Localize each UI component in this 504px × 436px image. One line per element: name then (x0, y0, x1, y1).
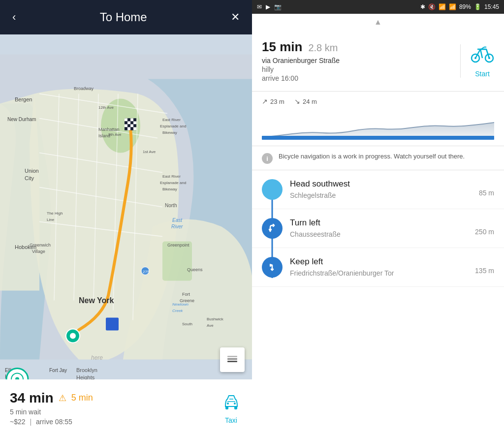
top-bar: ‹ To Home ✕ (0, 0, 252, 34)
route-summary-info: 15 min 2.8 km via Oranienburger Straße h… (262, 39, 455, 82)
price: ~$22 (10, 418, 26, 426)
svg-text:Bikeway: Bikeway (162, 130, 177, 135)
direction-connector (262, 179, 283, 200)
back-button[interactable]: ‹ (10, 8, 18, 26)
svg-text:Manhattan: Manhattan (98, 127, 120, 132)
taxi-button[interactable]: Taxi (220, 392, 242, 424)
duration: 15 min (262, 39, 302, 55)
svg-text:Broadway: Broadway (74, 86, 94, 91)
svg-text:12th Ave: 12th Ave (98, 105, 114, 110)
play-icon: ▶ (266, 3, 270, 10)
layers-icon (225, 354, 239, 366)
map-svg: Bergen New Durham Union City Hoboken New… (0, 34, 252, 379)
direction-item: Turn left Chausseestraße 250 m (252, 209, 504, 248)
left-panel: ‹ To Home ✕ (0, 0, 252, 436)
direction-dot-start (262, 179, 283, 200)
direction-dot-keep (262, 257, 283, 278)
travel-time: 34 min (10, 390, 54, 406)
svg-rect-70 (106, 318, 119, 331)
ascent-icon: ↗ (262, 97, 268, 105)
turn-left-icon (266, 222, 278, 234)
svg-rect-58 (125, 122, 127, 125)
svg-text:1st Ave: 1st Ave (143, 150, 156, 154)
direction-connector (262, 257, 283, 278)
clock: 15:45 (484, 3, 499, 10)
start-button[interactable]: Start (460, 44, 494, 78)
svg-text:Greenwich: Greenwich (30, 243, 51, 248)
battery-icon: 🔋 (474, 3, 481, 10)
svg-rect-79 (227, 358, 237, 360)
status-right: ✱ 🔇 📶 📶 89% 🔋 15:45 (420, 3, 499, 10)
bluetooth-icon: ✱ (420, 3, 425, 10)
svg-rect-59 (127, 122, 130, 125)
elevation-stats: ↗ 23 m ↘ 24 m (262, 97, 494, 105)
via-route: via Oranienburger Straße (262, 57, 455, 64)
svg-text:North: North (165, 203, 177, 208)
svg-text:City: City (25, 175, 34, 181)
direction-distance: 135 m (470, 257, 494, 275)
direction-item: Head southwest Schlegelstraße 85 m (252, 170, 504, 209)
ascent-value: 23 m (270, 98, 284, 105)
svg-text:East: East (172, 218, 183, 223)
wait-text: 5 min wait (10, 408, 93, 416)
warning-icon: ⚠ (59, 393, 66, 404)
wifi-icon: 📶 (439, 3, 446, 10)
info-icon: i (262, 153, 273, 164)
svg-text:Line: Line (47, 218, 55, 222)
svg-text:The High: The High (47, 211, 63, 216)
direction-action: Head southwest (290, 179, 474, 189)
distance: 2.8 km (308, 42, 338, 54)
svg-text:South: South (182, 322, 192, 326)
route-summary: 15 min 2.8 km via Oranienburger Straße h… (252, 31, 504, 92)
message-icon: ✉ (257, 3, 262, 10)
svg-rect-80 (227, 356, 237, 357)
collapse-arrow[interactable]: ▲ (252, 14, 504, 31)
svg-text:Greenpoint: Greenpoint (167, 243, 189, 248)
start-label: Start (475, 70, 490, 78)
elevation-section: ↗ 23 m ↘ 24 m (252, 92, 504, 146)
direction-street: Friedrichstraße/Oranienburger Tor (290, 269, 470, 277)
svg-text:Village: Village (32, 249, 45, 254)
directions-list: Head southwest Schlegelstraße 85 m (252, 170, 504, 436)
signal-icon: 📶 (449, 3, 456, 10)
descent-icon: ↘ (294, 97, 300, 105)
svg-rect-91 (262, 136, 494, 140)
svg-text:Fort: Fort (182, 292, 190, 297)
svg-text:Bikeway: Bikeway (162, 187, 177, 191)
svg-point-72 (70, 333, 76, 339)
svg-text:Esplanade and: Esplanade and (160, 124, 186, 128)
svg-rect-66 (125, 127, 127, 130)
delay-time: 5 min (71, 393, 93, 403)
svg-rect-78 (227, 361, 237, 362)
svg-text:here: here (91, 354, 103, 361)
layers-button[interactable] (220, 347, 245, 372)
svg-text:Brooklyn: Brooklyn (76, 367, 97, 373)
svg-rect-61 (133, 122, 136, 125)
svg-text:Creek: Creek (172, 309, 183, 313)
svg-text:Newtown: Newtown (172, 302, 189, 307)
direction-action: Turn left (290, 218, 470, 228)
svg-text:Heights: Heights (76, 374, 95, 380)
svg-rect-64 (130, 125, 133, 127)
close-button[interactable]: ✕ (228, 8, 242, 26)
direction-item: Keep left Friedrichstraße/Oranienburger … (252, 248, 504, 287)
info-notice: i Bicycle navigation is a work in progre… (252, 146, 504, 170)
svg-rect-65 (133, 125, 136, 127)
svg-rect-67 (127, 127, 130, 130)
direction-text: Keep left Friedrichstraße/Oranienburger … (290, 257, 470, 277)
svg-text:River: River (171, 224, 183, 229)
arrive-time: arrive 16:00 (262, 74, 455, 82)
svg-text:New York: New York (79, 296, 114, 305)
direction-action: Keep left (290, 257, 470, 267)
svg-line-89 (480, 49, 482, 58)
status-left: ✉ ▶ 📷 (257, 3, 282, 10)
svg-text:East River: East River (162, 118, 181, 122)
svg-text:Queens: Queens (187, 267, 203, 272)
terrain-info: hilly (262, 65, 455, 73)
svg-text:9th Ave: 9th Ave (108, 132, 122, 137)
arrival-info: ~$22 | arrive 08:55 (10, 418, 93, 426)
svg-text:East River: East River (162, 174, 181, 179)
camera-icon: 📷 (274, 3, 282, 10)
svg-rect-57 (133, 119, 136, 122)
right-panel: ✉ ▶ 📷 ✱ 🔇 📶 📶 89% 🔋 15:45 ▲ 15 min 2.8 k… (252, 0, 504, 436)
